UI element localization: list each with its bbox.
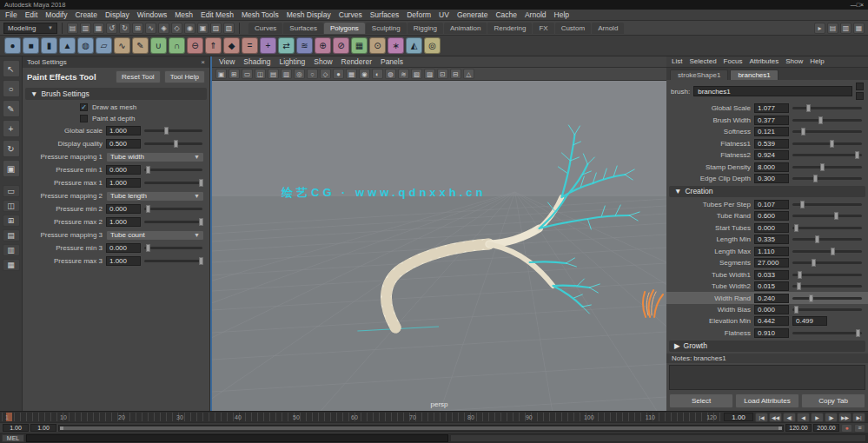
poly-cylinder-icon[interactable]: ▮ (41, 37, 57, 54)
attribute-slider[interactable] (792, 227, 862, 229)
render-icon[interactable]: ▣ (197, 23, 209, 34)
bridge-icon[interactable]: = (242, 37, 258, 54)
animation-start-field[interactable]: 1.00 (3, 424, 29, 432)
ae-tab[interactable]: strokeShape1 (670, 69, 728, 80)
setting-dropdown[interactable]: Tube count▼ (106, 230, 204, 241)
poly-plane-icon[interactable]: ▱ (96, 37, 112, 54)
command-input[interactable] (26, 434, 448, 442)
setting-slider[interactable] (144, 129, 202, 132)
menu-item[interactable]: Surfaces (370, 10, 400, 19)
attribute-value-field[interactable]: 1.110 (754, 247, 789, 256)
resolution-gate-icon[interactable]: ◫ (255, 69, 266, 79)
go-to-start-button[interactable]: |◀ (755, 413, 768, 422)
close-icon[interactable]: × (201, 58, 205, 66)
setting-slider[interactable] (144, 182, 202, 184)
safe-title-icon[interactable]: ○ (307, 69, 318, 79)
animation-end-field[interactable]: 200.00 (813, 424, 839, 432)
boolean-union-icon[interactable]: ∪ (150, 37, 167, 54)
lights-icon[interactable]: ◉ (359, 69, 370, 79)
attribute-slider[interactable] (792, 285, 862, 288)
attribute-value-field[interactable]: 0.377 (754, 116, 789, 125)
shelf-tab[interactable]: Custom (555, 23, 592, 34)
extrude-icon[interactable]: ⇑ (205, 37, 222, 54)
menu-item[interactable]: Cache (495, 10, 517, 19)
attribute-value-field[interactable]: 0.000 (754, 223, 789, 233)
attribute-value-field[interactable]: 0.539 (754, 139, 789, 149)
load-attributes-button[interactable]: Load Attributes (735, 393, 799, 408)
menu-item[interactable]: File (5, 10, 17, 19)
undo-icon[interactable]: ↺ (106, 23, 117, 34)
poly-sphere-icon[interactable]: ● (4, 37, 21, 54)
ae-menu-item[interactable]: Focus (724, 57, 743, 65)
step-back-key-button[interactable]: ◀| (783, 413, 796, 422)
shelf-tab[interactable]: Arnold (592, 23, 624, 34)
pencil-curve-icon[interactable]: ✎ (132, 37, 149, 54)
creation-section-header[interactable]: ▼ Creation (669, 186, 865, 196)
attribute-slider[interactable] (792, 261, 862, 264)
shelf-tab[interactable]: Surfaces (283, 23, 323, 34)
attribute-value-field[interactable]: 0.015 (754, 281, 789, 291)
attribute-value-field[interactable]: 0.107 (754, 200, 789, 209)
paint-select-tool-icon[interactable]: ✎ (3, 100, 20, 117)
menu-item[interactable]: Windows (137, 10, 167, 19)
hypershade-layout-icon[interactable]: ▥ (3, 244, 20, 256)
attribute-value-field[interactable]: 0.600 (754, 211, 789, 221)
attribute-slider[interactable] (792, 308, 862, 311)
shelf-tab[interactable]: Animation (444, 23, 487, 34)
shadows-icon[interactable]: ◐ (372, 69, 383, 79)
menu-item[interactable]: UV (439, 10, 449, 19)
attribute-slider[interactable] (792, 238, 862, 241)
ae-tab-active[interactable]: branches1 (730, 69, 778, 80)
viewport-menu-item[interactable]: Panels (381, 57, 403, 66)
setting-slider[interactable] (144, 247, 202, 249)
shelf-tab[interactable]: Rigging (407, 23, 443, 34)
setting-slider[interactable] (144, 260, 202, 262)
setting-slider[interactable] (144, 169, 202, 171)
poly-cube-icon[interactable]: ■ (23, 37, 39, 54)
modeling-toolkit-toggle-icon[interactable]: ▸ (814, 23, 825, 34)
timeline-track[interactable]: 1102030405060708090100110120 (2, 413, 720, 421)
mirror-icon[interactable]: ⇄ (278, 37, 295, 54)
shelf-tab[interactable]: Rendering (487, 23, 532, 34)
menu-item[interactable]: Curves (339, 10, 362, 19)
sculpt-tool-icon[interactable]: ◭ (406, 37, 422, 54)
soft-select-icon[interactable]: ◎ (424, 37, 441, 54)
two-pane-layout-icon[interactable]: ◫ (3, 200, 20, 212)
paint-at-depth-checkbox[interactable] (80, 115, 88, 122)
film-gate-icon[interactable]: ▭ (242, 69, 253, 79)
step-forward-key-button[interactable]: |▶ (825, 413, 838, 422)
new-scene-icon[interactable]: ▤ (67, 23, 78, 34)
shaded-icon[interactable]: ● (333, 69, 344, 79)
attribute-slider[interactable] (792, 215, 862, 217)
rotate-tool-icon[interactable]: ↻ (3, 140, 20, 157)
draw-as-mesh-checkbox[interactable]: ✓ (80, 103, 88, 111)
select-button[interactable]: Select (669, 393, 733, 408)
attribute-value-field[interactable]: 0.910 (754, 328, 789, 338)
menu-item[interactable]: Help (554, 10, 569, 19)
3d-scene[interactable] (212, 81, 666, 411)
viewport-menu-item[interactable]: View (219, 57, 235, 66)
target-weld-icon[interactable]: ⊙ (369, 37, 386, 54)
ae-menu-item[interactable]: List (672, 57, 682, 65)
camera-lock-icon[interactable]: ▣ (215, 69, 227, 79)
menu-item[interactable]: Mesh Display (287, 10, 331, 19)
attribute-value-field[interactable]: 0.499 (792, 316, 827, 326)
move-tool-icon[interactable]: + (3, 120, 20, 137)
channel-box-toggle-icon[interactable]: ▤ (827, 23, 838, 34)
attribute-slider[interactable] (792, 203, 862, 206)
render-settings-icon[interactable]: ▧ (223, 23, 235, 34)
ae-option-checkbox[interactable] (856, 92, 864, 100)
setting-value-field[interactable]: 0.000 (106, 165, 141, 175)
playback-start-field[interactable]: 1.00 (30, 424, 56, 432)
ae-menu-item[interactable]: Selected (689, 57, 716, 65)
attribute-value-field[interactable]: 0.335 (754, 235, 789, 244)
setting-value-field[interactable]: 0.000 (106, 243, 141, 253)
attribute-slider[interactable] (792, 250, 862, 253)
minimize-button[interactable]: — (851, 2, 857, 8)
setting-value-field[interactable]: 1.000 (106, 256, 141, 266)
setting-dropdown[interactable]: Tube length▼ (106, 191, 204, 202)
gamma-icon[interactable]: △ (463, 69, 474, 79)
attribute-slider[interactable] (792, 142, 862, 145)
menu-item[interactable]: Generate (457, 10, 487, 19)
copy-tab-button[interactable]: Copy Tab (801, 393, 865, 408)
